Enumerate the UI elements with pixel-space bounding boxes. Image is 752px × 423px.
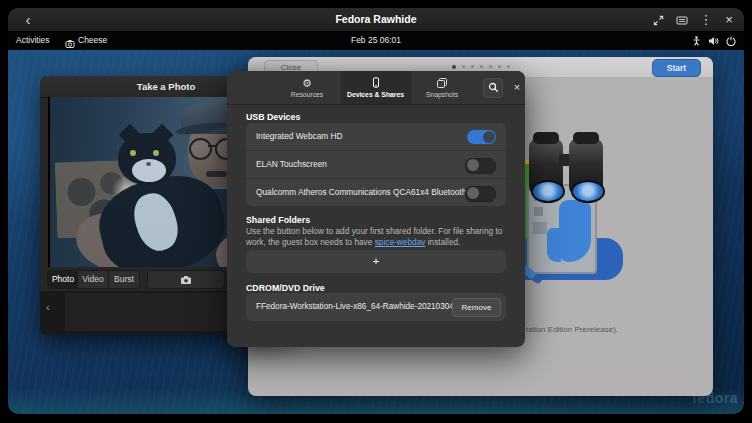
search-icon <box>488 79 499 97</box>
burst-mode-tab[interactable]: Burst <box>109 270 140 289</box>
power-icon <box>726 32 736 50</box>
vm-top-bar: Activities Cheese Feb 25 06:01 <box>8 31 744 50</box>
accessibility-icon <box>692 32 701 50</box>
binocular-barrel-left <box>529 138 563 196</box>
take-photo-button[interactable] <box>147 270 225 289</box>
gear-icon: ⚙ <box>302 77 312 89</box>
clock[interactable]: Feb 25 06:01 <box>8 31 744 50</box>
fullscreen-button[interactable] <box>648 10 668 29</box>
keyboard-icon <box>676 12 688 27</box>
cdrom-card: FFedora-Workstation-Live-x86_64-Rawhide-… <box>246 293 506 321</box>
usb-device-row: Qualcomm Atheros Communications QCA61x4 … <box>246 179 506 206</box>
usb-devices-title: USB Devices <box>246 112 300 122</box>
snapshots-icon <box>436 77 448 89</box>
vm-desktop: fedora Close Start <box>8 50 744 414</box>
usb-device-icon <box>371 77 381 89</box>
screenshot: ‹ Fedora Rawhide ⋮ × Activities Cheese <box>0 0 752 423</box>
menu-button[interactable]: ⋮ <box>696 10 716 29</box>
photo-mode-tab[interactable]: Photo <box>47 270 79 289</box>
spice-webdav-link[interactable]: spice-webdav <box>375 237 426 247</box>
dialog-close-button[interactable]: × <box>509 78 525 96</box>
camera-icon <box>180 271 192 289</box>
tour-page-dots <box>248 65 713 69</box>
gallery-prev-arrow[interactable]: ‹ <box>46 301 50 313</box>
boxes-titlebar: ‹ Fedora Rawhide ⋮ × <box>8 8 744 32</box>
close-window-button[interactable]: × <box>719 10 739 29</box>
map-blue-blob <box>559 200 591 262</box>
tab-resources[interactable]: ⚙ Resources <box>273 71 342 104</box>
tour-caption-text: tation Edition Prerelease). <box>526 325 618 334</box>
video-mode-tab[interactable]: Video <box>78 270 109 289</box>
cdrom-title: CDROM/DVD Drive <box>246 283 325 293</box>
usb-device-toggle[interactable] <box>467 130 496 144</box>
tab-resources-label: Resources <box>291 91 324 98</box>
boxes-app-window: ‹ Fedora Rawhide ⋮ × Activities Cheese <box>8 8 744 414</box>
usb-device-name: ELAN Touchscreen <box>256 151 327 178</box>
usb-device-toggle[interactable] <box>465 158 496 174</box>
shared-folders-description: Use the button below to add your first s… <box>246 226 506 249</box>
usb-devices-card: Integrated Webcam HD ELAN Touchscreen Qu… <box>246 123 506 206</box>
usb-device-toggle[interactable] <box>465 186 496 202</box>
tab-snapshots[interactable]: Snapshots <box>410 71 474 104</box>
tab-snapshots-label: Snapshots <box>426 91 458 98</box>
dialog-search-button[interactable] <box>483 78 503 98</box>
keyboard-shortcuts-button[interactable] <box>672 10 692 29</box>
iso-file-name: FFedora-Workstation-Live-x86_64-Rawhide-… <box>256 293 480 321</box>
fullscreen-icon <box>653 12 664 27</box>
window-title: Fedora Rawhide <box>8 8 744 31</box>
shared-folders-title: Shared Folders <box>246 215 310 225</box>
usb-device-name: Integrated Webcam HD <box>256 123 343 150</box>
shared-desc-text: installed. <box>425 237 460 247</box>
tab-devices-shares[interactable]: Devices & Shares <box>341 71 411 104</box>
binocular-barrel-right <box>569 138 603 196</box>
usb-device-name: Qualcomm Atheros Communications QCA61x4 … <box>256 179 466 206</box>
remove-iso-button[interactable]: Remove <box>452 298 501 317</box>
usb-device-row: ELAN Touchscreen <box>246 151 506 179</box>
system-status-area[interactable] <box>692 31 736 50</box>
add-shared-folder-button[interactable]: + <box>246 250 506 273</box>
usb-device-row: Integrated Webcam HD <box>246 123 506 151</box>
tab-devices-shares-label: Devices & Shares <box>347 91 404 98</box>
box-properties-dialog: ⚙ Resources Devices & Shares Snapshots <box>227 71 525 347</box>
tour-start-button[interactable]: Start <box>652 59 701 77</box>
volume-icon <box>708 32 719 50</box>
dialog-header: ⚙ Resources Devices & Shares Snapshots <box>227 71 525 105</box>
